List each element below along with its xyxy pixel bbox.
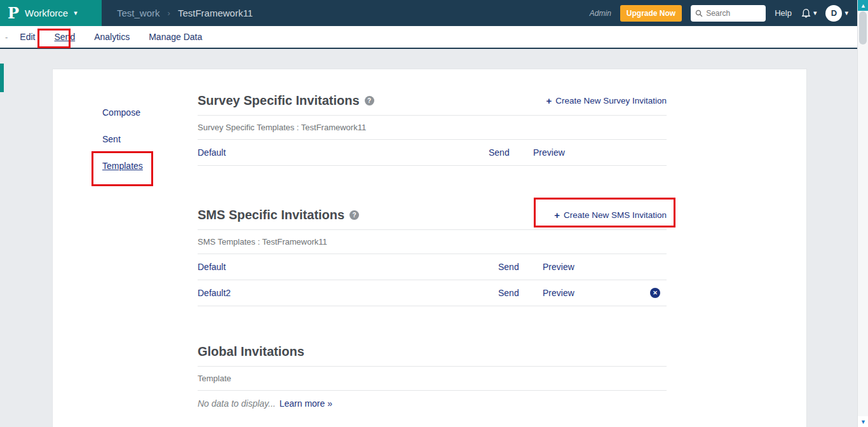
learn-more-link[interactable]: Learn more »: [280, 398, 332, 409]
collapsed-sidebar-accent: [0, 64, 4, 92]
admin-label: Admin: [590, 9, 611, 18]
content-card: Compose Sent Templates Survey Specific I…: [52, 69, 807, 427]
help-link[interactable]: Help: [775, 8, 792, 18]
sidebar-item-compose[interactable]: Compose: [102, 107, 143, 118]
empty-state-row: No data to display... Learn more »: [198, 391, 667, 416]
templates-main: Survey Specific Invitations ? + Create N…: [198, 69, 667, 416]
upgrade-now-button[interactable]: Upgrade Now: [620, 5, 682, 22]
template-name-link[interactable]: Default: [198, 262, 498, 272]
chevron-down-icon: ▾: [813, 9, 817, 17]
sms-section-header: SMS Specific Invitations ? + Create New …: [198, 208, 667, 222]
product-switcher[interactable]: P Workforce ▾: [0, 0, 102, 26]
no-data-text: No data to display...: [198, 398, 276, 409]
tab-edit[interactable]: Edit: [10, 32, 44, 42]
tab-analytics[interactable]: Analytics: [85, 32, 139, 42]
preview-link[interactable]: Preview: [533, 147, 667, 158]
create-survey-invitation-button[interactable]: + Create New Survey Invitation: [546, 95, 667, 106]
create-sms-invitation-button[interactable]: + Create New SMS Invitation: [554, 210, 667, 220]
divider: [198, 306, 667, 306]
global-template-column-header: Template: [198, 367, 667, 390]
tab-send[interactable]: Send: [44, 32, 85, 42]
plus-icon: +: [546, 95, 552, 106]
notifications-menu[interactable]: ▾: [801, 8, 817, 19]
send-link[interactable]: Send: [489, 147, 533, 158]
breadcrumb-separator-icon: ›: [168, 8, 170, 18]
product-name: Workforce: [25, 8, 68, 18]
avatar: D: [825, 5, 842, 22]
bell-icon: [801, 8, 811, 19]
divider: [198, 165, 667, 166]
plus-icon: +: [554, 210, 560, 220]
help-icon[interactable]: ?: [365, 96, 374, 105]
search-box[interactable]: [691, 5, 766, 22]
vertical-scrollbar[interactable]: ▲ ▼: [857, 0, 868, 427]
preview-link[interactable]: Preview: [543, 262, 667, 272]
search-icon: [695, 10, 703, 17]
help-icon[interactable]: ?: [349, 210, 359, 220]
table-row: Default Send Preview: [198, 254, 667, 280]
survey-section-header: Survey Specific Invitations ? + Create N…: [198, 93, 667, 108]
scroll-down-icon[interactable]: ▼: [858, 416, 868, 427]
sidebar-item-sent[interactable]: Sent: [102, 134, 143, 144]
global-section-header: Global Invitations: [198, 344, 667, 359]
main-tabs: - Edit Send Analytics Manage Data: [0, 26, 857, 49]
global-section-title: Global Invitations: [198, 344, 304, 359]
sidebar-collapse-dash: -: [5, 32, 8, 42]
send-link[interactable]: Send: [498, 262, 543, 272]
table-row: Default Send Preview: [198, 140, 667, 165]
table-row: Default2 Send Preview ✕: [198, 280, 667, 306]
send-sidebar: Compose Sent Templates: [102, 107, 143, 171]
delete-template-icon[interactable]: ✕: [650, 288, 660, 298]
create-survey-invitation-label: Create New Survey Invitation: [555, 96, 667, 105]
top-header: P Workforce ▾ Test_work › TestFramework1…: [0, 0, 857, 26]
preview-link[interactable]: Preview: [543, 288, 650, 298]
tab-manage-data[interactable]: Manage Data: [139, 32, 212, 42]
survey-templates-subheader: Survey Specific Templates : TestFramewor…: [198, 116, 667, 139]
chevron-down-icon: ▾: [844, 9, 848, 17]
breadcrumb-current: TestFramework11: [178, 8, 253, 18]
send-link[interactable]: Send: [498, 288, 543, 298]
breadcrumb-parent[interactable]: Test_work: [117, 8, 160, 18]
sms-section-title: SMS Specific Invitations: [198, 208, 344, 222]
survey-section-title: Survey Specific Invitations: [198, 93, 360, 108]
template-name-link[interactable]: Default: [198, 147, 489, 158]
template-name-link[interactable]: Default2: [198, 288, 498, 298]
sidebar-item-templates[interactable]: Templates: [102, 161, 143, 171]
scrollbar-thumb[interactable]: [859, 11, 867, 44]
breadcrumb: Test_work › TestFramework11: [117, 8, 253, 18]
account-menu[interactable]: D ▾: [825, 5, 848, 22]
questionpro-logo-icon: P: [8, 6, 19, 21]
header-actions: Admin Upgrade Now Help ▾ D ▾: [590, 5, 857, 22]
search-input[interactable]: [706, 9, 761, 18]
create-sms-invitation-label: Create New SMS Invitation: [564, 210, 667, 220]
chevron-down-icon: ▾: [74, 9, 78, 17]
sms-templates-subheader: SMS Templates : TestFramework11: [198, 230, 667, 254]
scroll-up-icon[interactable]: ▲: [858, 0, 868, 11]
